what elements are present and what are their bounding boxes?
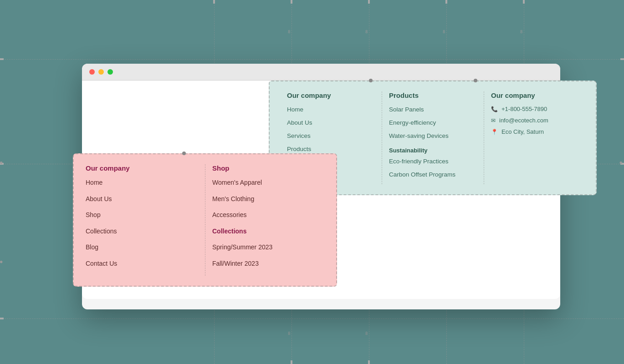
green-col2-heading: Products — [389, 91, 476, 99]
green-nav-products[interactable]: Products — [287, 145, 374, 154]
pink-nav-contact[interactable]: Contact Us — [86, 259, 198, 268]
green-col2: Products Solar Panels Energy-efficiency … — [382, 91, 484, 184]
green-contact-phone: 📞 +1-800-555-7890 — [491, 106, 578, 112]
phone-icon: 📞 — [491, 106, 498, 112]
pink-shop-mens[interactable]: Men's Clothing — [212, 195, 319, 204]
green-col3-heading: Our company — [491, 91, 578, 99]
pink-col2-heading: Shop — [212, 164, 319, 172]
location-icon: 📍 — [491, 129, 498, 135]
close-dot[interactable] — [89, 69, 95, 75]
green-nav-services[interactable]: Services — [287, 132, 374, 141]
pink-nav-shop[interactable]: Shop — [86, 211, 198, 220]
pink-col1: Our company Home About Us Shop Collectio… — [84, 164, 205, 276]
browser-titlebar — [82, 64, 560, 81]
pink-col2-subheading: Collections — [212, 227, 319, 236]
pink-nav-about[interactable]: About Us — [86, 195, 198, 204]
green-prod-solar[interactable]: Solar Panels — [389, 106, 476, 114]
location-text: Eco City, Saturn — [501, 128, 544, 135]
pink-nav-blog[interactable]: Blog — [86, 243, 198, 252]
pink-nav-home[interactable]: Home — [86, 178, 198, 187]
green-contact-location: 📍 Eco City, Saturn — [491, 128, 578, 135]
green-nav-home[interactable]: Home — [287, 106, 374, 114]
pink-shop-accessories[interactable]: Accessories — [212, 211, 319, 220]
green-col2-subheading: Sustainability — [389, 147, 476, 154]
green-sustain-eco[interactable]: Eco-friendly Practices — [389, 157, 476, 166]
minimize-dot[interactable] — [98, 69, 104, 75]
pink-coll-spring[interactable]: Spring/Summer 2023 — [212, 243, 319, 252]
phone-number: +1-800-555-7890 — [501, 106, 547, 112]
pink-col2: Shop Women's Apparel Men's Clothing Acce… — [205, 164, 326, 276]
pink-nav-collections[interactable]: Collections — [86, 227, 198, 236]
pink-panel-grid: Our company Home About Us Shop Collectio… — [84, 164, 326, 276]
email-address: info@ecotech.com — [499, 117, 548, 124]
browser-content: Our company Home About Us Services Produ… — [82, 81, 560, 299]
pink-panel: Our company Home About Us Shop Collectio… — [73, 153, 337, 287]
green-prod-energy[interactable]: Energy-efficiency — [389, 119, 476, 127]
maximize-dot[interactable] — [107, 69, 113, 75]
green-prod-water[interactable]: Water-saving Devices — [389, 132, 476, 141]
green-col3: Our company 📞 +1-800-555-7890 ✉ info@eco… — [484, 91, 586, 184]
green-col1-heading: Our company — [287, 91, 374, 99]
pink-coll-fall[interactable]: Fall/Winter 2023 — [212, 259, 319, 268]
email-icon: ✉ — [491, 117, 496, 124]
pink-shop-womens[interactable]: Women's Apparel — [212, 178, 319, 187]
pink-col1-heading: Our company — [86, 164, 198, 172]
green-contact-email: ✉ info@ecotech.com — [491, 117, 578, 124]
green-sustain-carbon[interactable]: Carbon Offset Programs — [389, 171, 476, 179]
green-nav-about[interactable]: About Us — [287, 119, 374, 127]
